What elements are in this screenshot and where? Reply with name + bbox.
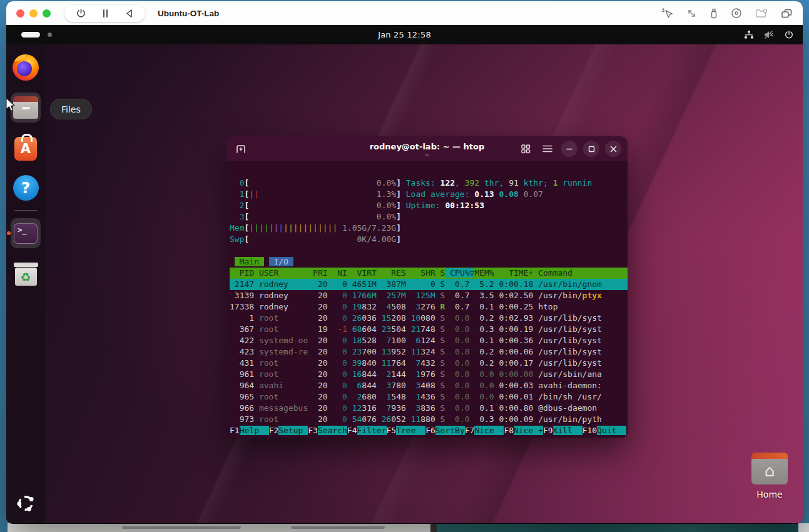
column-header-s[interactable]: S [435, 268, 445, 278]
running-indicator-dot [7, 231, 11, 235]
power-icon [784, 30, 794, 40]
fkey-f5[interactable]: F5 [387, 426, 397, 435]
column-header-cpu[interactable]: CPU%▽ [445, 268, 474, 278]
fkey-f6-label[interactable]: SortBy [435, 426, 465, 435]
dock-item-ubuntu-software[interactable]: A [11, 133, 41, 163]
vm-pause-icon[interactable] [101, 9, 109, 18]
process-row-965[interactable]: 965 root 20 0 2680 1548 1436 S 0.0 0.0 0… [230, 391, 628, 403]
column-header-res[interactable]: RES [377, 268, 406, 278]
vm-power-icon[interactable] [76, 8, 86, 19]
fkey-f4-label[interactable]: Filter [357, 426, 387, 435]
window-close-button[interactable] [605, 141, 621, 157]
shared-folder-icon[interactable] [755, 8, 768, 19]
htop-screen: 0[ 0.0%] Tasks: 122, 392 thr, 91 kthr; 1… [226, 161, 628, 438]
fkey-f7-label[interactable]: Nice - [474, 426, 504, 435]
process-row-3139[interactable]: 3139 rodney 20 0 1766M 257M 125M S 0.7 3… [230, 290, 628, 301]
htop-tabs: Main I/O [230, 256, 628, 268]
dock-item-help[interactable]: ? [11, 173, 41, 203]
system-status-area[interactable] [744, 25, 794, 44]
column-header-shr[interactable]: SHR [406, 268, 435, 278]
window-list-icon[interactable] [781, 8, 793, 19]
fkey-f3-label[interactable]: Search [318, 426, 347, 435]
new-tab-button[interactable] [233, 141, 249, 157]
fkey-f9[interactable]: F9 [543, 426, 553, 435]
host-window-right[interactable] [437, 523, 798, 532]
vm-window-title: Ubuntu-OT-Lab [158, 9, 219, 18]
process-row-2147[interactable]: 2147 rodney 20 0 4651M 387M 0 S 0.7 5.2 … [230, 279, 628, 290]
process-row-423[interactable]: 423 systemd-re 20 0 23700 13952 11324 S … [230, 346, 628, 358]
process-row-431[interactable]: 431 root 20 0 39840 11764 7432 S 0.0 0.2… [230, 358, 628, 369]
fkey-f2[interactable]: F2 [269, 426, 279, 435]
fkey-f2-label[interactable]: Setup [278, 426, 308, 435]
usb-drive-icon[interactable] [710, 8, 718, 19]
fkey-f9-label[interactable]: Kill [553, 426, 583, 435]
clock[interactable]: Jan 25 12:58 [6, 30, 803, 39]
home-desktop-icon[interactable]: ⌂ Home [745, 456, 795, 499]
fkey-f3[interactable]: F3 [308, 426, 318, 435]
ubuntu-screen: Jan 25 12:58 A ? >_ ♻ [6, 25, 803, 523]
terminal-icon: >_ [14, 223, 38, 244]
process-row-966[interactable]: 966 messagebus 20 0 12316 7936 3836 S 0.… [230, 403, 628, 414]
window-maximize-button[interactable] [583, 141, 599, 157]
process-row-17338[interactable]: 17338 rodney 20 0 19832 4508 3276 R 0.7 … [230, 301, 628, 313]
gnome-topbar: Jan 25 12:58 [6, 25, 803, 44]
column-header-mem[interactable]: MEM% [474, 268, 494, 278]
minimize-button[interactable] [29, 9, 38, 18]
meter-3: 3[ 0.0%] [230, 211, 628, 223]
firefox-icon [13, 54, 39, 81]
window-minimize-button[interactable] [561, 141, 577, 157]
fkey-f10-label[interactable]: Quit [597, 426, 626, 435]
process-row-973[interactable]: 973 root 20 0 54076 26052 11880 S 0.0 0.… [230, 414, 628, 425]
menu-button[interactable] [539, 141, 556, 157]
column-header-ni[interactable]: NI [328, 268, 347, 278]
process-table-header: PID USER PRI NI VIRT RES SHR S CPU%▽MEM%… [230, 268, 628, 279]
dock-separator [14, 210, 37, 211]
process-row-1[interactable]: 1 root 20 0 26036 15208 10080 S 0.0 0.2 … [230, 313, 628, 324]
dock: A ? >_ ♻ [6, 44, 45, 523]
process-row-422[interactable]: 422 systemd-oo 20 0 18528 7100 6124 S 0.… [230, 335, 628, 346]
resize-icon[interactable] [686, 8, 697, 19]
close-button[interactable] [16, 9, 24, 18]
htop-tab-io[interactable]: I/O [269, 257, 293, 266]
column-header-pid[interactable]: PID [230, 268, 254, 278]
column-header-virt[interactable]: VIRT [347, 268, 377, 278]
fkey-f4[interactable]: F4 [347, 426, 357, 435]
host-window-text-blur [291, 526, 385, 529]
fkey-f6[interactable]: F6 [425, 426, 435, 435]
host-window-edge [798, 523, 809, 532]
mouse-cursor [6, 98, 19, 113]
host-window-left[interactable] [8, 523, 430, 532]
terminal-window: rodney@ot-lab: ~ — htop ~ 0[ 0.0%] Tasks… [226, 136, 628, 438]
process-row-964[interactable]: 964 avahi 20 0 6844 3780 3408 S 0.0 0.0 … [230, 380, 628, 391]
help-icon: ? [13, 175, 39, 201]
show-apps-button[interactable] [16, 493, 36, 516]
fkey-f8-label[interactable]: Nice + [514, 426, 543, 435]
home-folder-icon: ⌂ [751, 456, 788, 484]
host-window-text-blur [122, 526, 241, 529]
optical-disc-icon[interactable] [731, 8, 742, 19]
fkey-f8[interactable]: F8 [504, 426, 514, 435]
htop-tab-main[interactable]: Main [235, 257, 264, 266]
fkey-f10[interactable]: F10 [583, 426, 597, 435]
vm-back-icon[interactable] [125, 9, 134, 18]
volume-muted-icon [763, 30, 775, 39]
host-background-windows [0, 523, 809, 532]
column-header-cmd[interactable]: Command [533, 268, 572, 278]
fkey-f1-label[interactable]: Help [240, 426, 269, 435]
terminal-titlebar[interactable]: rodney@ot-lab: ~ — htop ~ [226, 136, 628, 161]
fkey-f7[interactable]: F7 [465, 426, 475, 435]
dock-item-firefox[interactable] [11, 53, 41, 83]
fkey-f1[interactable]: F1 [230, 426, 240, 435]
dock-item-terminal[interactable]: >_ [11, 218, 41, 248]
column-header-time[interactable]: TIME+ [494, 268, 534, 278]
dock-item-trash[interactable]: ♻ [11, 258, 41, 288]
column-header-user[interactable]: USER [254, 268, 308, 278]
process-row-961[interactable]: 961 root 20 0 16844 2144 1976 S 0.0 0.0 … [230, 369, 628, 380]
process-row-367[interactable]: 367 root 19 -1 68604 23504 21748 S 0.0 0… [230, 324, 628, 335]
pointer-capture-icon[interactable] [661, 8, 673, 19]
fkey-f5-label[interactable]: Tree [396, 426, 425, 435]
tab-overview-button[interactable] [517, 141, 534, 157]
meter-swp: Swp[ 0K/4.00G] [230, 234, 628, 245]
column-header-pri[interactable]: PRI [308, 268, 327, 278]
zoom-button[interactable] [43, 9, 51, 18]
